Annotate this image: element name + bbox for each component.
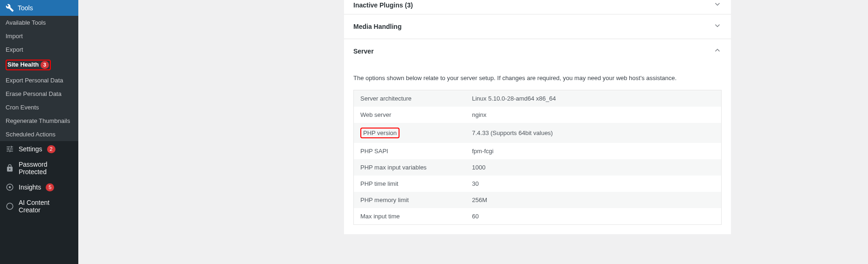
submenu-available-tools[interactable]: Available Tools — [0, 16, 78, 29]
row-value: fpm-fcgi — [466, 143, 722, 159]
tools-menu-header[interactable]: Tools — [0, 0, 78, 16]
accordion-server[interactable]: Server — [344, 39, 731, 63]
table-row: PHP SAPIfpm-fcgi — [354, 143, 722, 159]
row-value: 60 — [466, 208, 722, 225]
svg-point-0 — [9, 186, 11, 189]
tools-label: Tools — [18, 4, 33, 12]
table-row: PHP max input variables1000 — [354, 159, 722, 176]
row-label: PHP version — [354, 123, 466, 143]
settings-badge: 2 — [47, 145, 55, 153]
submenu-scheduled-actions[interactable]: Scheduled Actions — [0, 128, 78, 141]
table-row: PHP memory limit256M — [354, 192, 722, 208]
site-health-badge: 3 — [41, 61, 49, 69]
menu-ai-content-creator[interactable]: AI Content Creator — [0, 195, 78, 217]
row-value: 30 — [466, 176, 722, 192]
table-row: Web servernginx — [354, 107, 722, 123]
admin-sidebar: Tools Available Tools Import Export Site… — [0, 0, 78, 264]
row-value: Linux 5.10.0-28-amd64 x86_64 — [466, 90, 722, 107]
submenu-regenerate-thumbnails[interactable]: Regenerate Thumbnails — [0, 114, 78, 128]
sliders-icon — [6, 145, 14, 153]
menu-insights[interactable]: Insights 5 — [0, 179, 78, 195]
row-label: PHP memory limit — [354, 192, 466, 208]
tools-submenu: Available Tools Import Export Site Healt… — [0, 16, 78, 141]
insights-icon — [6, 183, 14, 191]
server-description: The options shown below relate to your s… — [353, 74, 722, 81]
table-row: Max input time60 — [354, 208, 722, 225]
server-section-body: The options shown below relate to your s… — [344, 74, 731, 234]
main-content: Inactive Plugins (3) Media Handling Serv… — [78, 0, 868, 264]
accordion-inactive-plugins[interactable]: Inactive Plugins (3) — [344, 0, 731, 14]
chevron-down-icon — [713, 21, 722, 32]
wrench-icon — [6, 4, 14, 12]
inactive-plugins-title: Inactive Plugins (3) — [353, 1, 413, 9]
row-value: 7.4.33 (Supports 64bit values) — [466, 123, 722, 143]
ai-icon — [6, 202, 14, 210]
submenu-cron-events[interactable]: Cron Events — [0, 101, 78, 114]
server-title: Server — [353, 47, 374, 55]
row-label: Server architecture — [354, 90, 466, 107]
submenu-erase-personal[interactable]: Erase Personal Data — [0, 87, 78, 101]
site-health-label: Site Health — [7, 61, 39, 68]
submenu-import[interactable]: Import — [0, 29, 78, 43]
table-row: PHP version7.4.33 (Supports 64bit values… — [354, 123, 722, 143]
media-handling-title: Media Handling — [353, 23, 401, 30]
row-value: nginx — [466, 107, 722, 123]
svg-point-1 — [7, 203, 13, 210]
site-health-panel: Inactive Plugins (3) Media Handling Serv… — [344, 0, 731, 234]
insights-label: Insights — [19, 183, 41, 191]
lock-icon — [6, 164, 14, 172]
table-row: PHP time limit30 — [354, 176, 722, 192]
menu-password-protected[interactable]: Password Protected — [0, 157, 78, 179]
row-value: 256M — [466, 192, 722, 208]
menu-settings[interactable]: Settings 2 — [0, 141, 78, 157]
ai-content-creator-label: AI Content Creator — [19, 199, 73, 214]
chevron-up-icon — [713, 46, 722, 56]
submenu-export-personal[interactable]: Export Personal Data — [0, 74, 78, 87]
server-info-table: Server architectureLinux 5.10.0-28-amd64… — [353, 90, 722, 225]
password-protected-label: Password Protected — [19, 161, 73, 176]
table-row: Server architectureLinux 5.10.0-28-amd64… — [354, 90, 722, 107]
row-value: 1000 — [466, 159, 722, 176]
row-label: Max input time — [354, 208, 466, 225]
row-label: PHP time limit — [354, 176, 466, 192]
settings-label: Settings — [19, 145, 42, 153]
chevron-down-icon — [713, 0, 722, 10]
accordion-media-handling[interactable]: Media Handling — [344, 14, 731, 39]
row-label: PHP SAPI — [354, 143, 466, 159]
submenu-export[interactable]: Export — [0, 43, 78, 56]
insights-badge: 5 — [46, 183, 54, 191]
row-label: Web server — [354, 107, 466, 123]
row-label: PHP max input variables — [354, 159, 466, 176]
submenu-site-health[interactable]: Site Health 3 — [0, 56, 78, 74]
